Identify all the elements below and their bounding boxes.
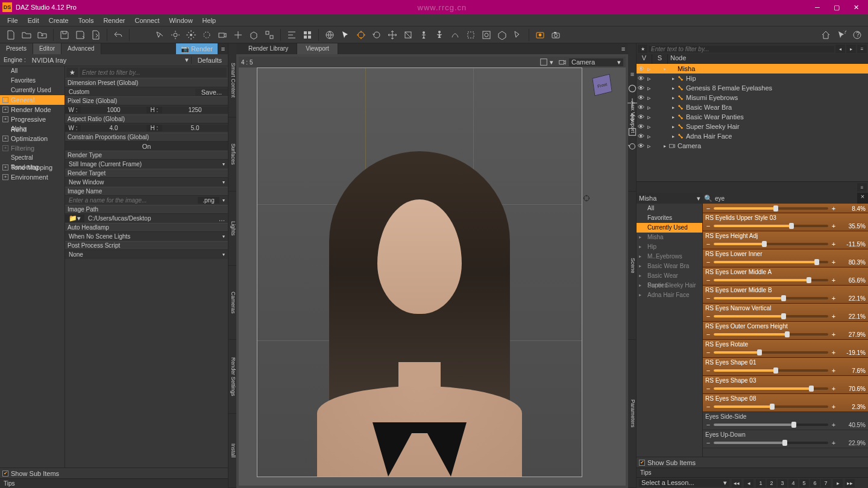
- cat-environment[interactable]: +Environment: [0, 172, 64, 182]
- param-cat[interactable]: Misha: [637, 233, 702, 242]
- dim-save-button[interactable]: Save...: [195, 89, 228, 96]
- cat-all[interactable]: All: [0, 66, 64, 76]
- show-sub-items[interactable]: ✔Show Sub Items: [0, 468, 228, 478]
- picker-icon[interactable]: [511, 28, 525, 42]
- slider-track[interactable]: [714, 442, 828, 444]
- image-name-input[interactable]: [65, 197, 198, 204]
- cat-general[interactable]: -General: [0, 95, 64, 105]
- export-icon[interactable]: [89, 28, 103, 42]
- slider-track[interactable]: [714, 369, 828, 372]
- reset-icon[interactable]: [627, 141, 638, 152]
- menu-edit[interactable]: Edit: [23, 14, 44, 27]
- param-cat[interactable]: Basic Wear Panties: [637, 271, 702, 281]
- browse-button[interactable]: …: [216, 215, 228, 222]
- scene-filter-input[interactable]: [649, 46, 834, 52]
- increment-button[interactable]: +: [831, 403, 837, 410]
- decrement-button[interactable]: −: [705, 258, 711, 266]
- render-button[interactable]: 📷Render: [176, 43, 218, 54]
- frame-icon[interactable]: [627, 127, 638, 137]
- lesson-dropdown[interactable]: Select a Lesson...▾: [639, 479, 729, 487]
- pose-tool-icon[interactable]: [432, 28, 447, 42]
- tab-editor[interactable]: Editor: [33, 43, 61, 54]
- save-icon[interactable]: [57, 28, 72, 42]
- decrement-button[interactable]: −: [705, 385, 711, 392]
- expand-icon[interactable]: ▸: [670, 95, 676, 101]
- select-icon[interactable]: ▹: [645, 133, 653, 140]
- increment-button[interactable]: +: [831, 421, 837, 428]
- param-slider[interactable]: RS Eyes Shape 08−+2.3%: [703, 394, 868, 412]
- lesson-prev[interactable]: ◂◂: [732, 479, 741, 487]
- vtab-scene[interactable]: Scene: [628, 192, 636, 340]
- cat-optimization[interactable]: +Optimization: [0, 134, 64, 143]
- spot-render-icon[interactable]: [479, 28, 494, 42]
- vtab-parameters[interactable]: Parameters: [628, 340, 636, 488]
- param-cat[interactable]: Super Sleeky Hair: [637, 281, 702, 290]
- param-slider[interactable]: RS Eyes Shape 03−+70.6%: [703, 376, 868, 394]
- slider-value[interactable]: 22.1%: [839, 313, 866, 320]
- tree-row[interactable]: 👁▹▸Adna Hair Face: [637, 131, 868, 141]
- nav-cube[interactable]: Front: [591, 74, 615, 98]
- decrement-button[interactable]: −: [705, 439, 711, 446]
- param-slider[interactable]: RS Eyes Shape 01−+7.6%: [703, 358, 868, 376]
- increment-button[interactable]: +: [831, 258, 837, 266]
- param-cat[interactable]: Hip: [637, 242, 702, 252]
- increment-button[interactable]: +: [831, 349, 837, 356]
- slider-track[interactable]: [714, 225, 828, 227]
- tree-row[interactable]: 👁▹▸Misumi Eyebrows: [637, 93, 868, 102]
- chevron-down-icon[interactable]: ▾: [219, 180, 228, 185]
- defaults-button[interactable]: Defaults: [191, 57, 228, 64]
- increment-button[interactable]: +: [831, 277, 837, 284]
- window-close[interactable]: ✕: [846, 0, 866, 14]
- increment-button[interactable]: +: [831, 313, 837, 320]
- decrement-button[interactable]: −: [705, 367, 711, 374]
- lesson-page[interactable]: 4: [788, 479, 798, 487]
- chevron-down-icon[interactable]: ▾: [219, 161, 228, 167]
- menu-tools[interactable]: Tools: [74, 14, 99, 27]
- panel-menu-icon[interactable]: ≡: [857, 183, 867, 192]
- pixel-width-field[interactable]: 1000: [81, 107, 146, 113]
- vtab-cameras[interactable]: Cameras: [228, 266, 236, 340]
- viewport[interactable]: 4 : 5 ▾ Camera▾ Front ≡: [239, 57, 626, 486]
- slider-track[interactable]: [714, 279, 828, 281]
- chevron-down-icon[interactable]: ▾: [219, 234, 228, 239]
- lesson-page[interactable]: 2: [767, 479, 776, 487]
- decrement-button[interactable]: −: [705, 421, 711, 428]
- lesson-page[interactable]: 7: [821, 479, 831, 487]
- param-cat[interactable]: Adna Hair Face: [637, 290, 702, 300]
- slider-value[interactable]: 22.9%: [839, 440, 866, 446]
- tree-row[interactable]: 👁▹▸Camera: [637, 141, 868, 151]
- lesson-fwd[interactable]: ▸: [833, 479, 843, 487]
- slider-value[interactable]: 8.4%: [839, 205, 866, 212]
- slider-value[interactable]: 70.6%: [839, 386, 866, 392]
- select-icon[interactable]: ▹: [645, 94, 653, 102]
- param-slider[interactable]: RS Eyes Narrow Vertical−+22.1%: [703, 304, 868, 322]
- select-icon[interactable]: ▹: [645, 142, 653, 150]
- expand-icon[interactable]: ▸: [670, 105, 676, 110]
- render-settings-icon[interactable]: [533, 28, 547, 42]
- vtab-surfaces[interactable]: Surfaces: [228, 117, 236, 192]
- null-icon[interactable]: [231, 28, 245, 42]
- pan-icon[interactable]: [627, 98, 638, 108]
- world-icon[interactable]: [322, 28, 337, 42]
- render-target-dropdown[interactable]: New Window: [65, 179, 219, 186]
- vtab-lights[interactable]: Lights: [228, 192, 236, 266]
- increment-button[interactable]: +: [831, 439, 837, 446]
- vtab-render-settings[interactable]: Render Settings: [228, 340, 236, 414]
- distant-light-icon[interactable]: [184, 28, 198, 42]
- expand-icon[interactable]: ▸: [670, 86, 676, 91]
- param-slider[interactable]: RS Eyes Lower Middle B−+22.1%: [703, 286, 868, 304]
- translate-tool-icon[interactable]: [385, 28, 400, 42]
- help-icon[interactable]: ?: [850, 28, 864, 42]
- param-cat[interactable]: Currently Used: [637, 223, 702, 233]
- slider-track[interactable]: [714, 207, 828, 210]
- camera-dropdown[interactable]: Camera▾: [569, 58, 623, 66]
- orbit-icon[interactable]: [627, 83, 638, 94]
- primitive-icon[interactable]: [247, 28, 261, 42]
- decrement-button[interactable]: −: [705, 295, 711, 302]
- chevron-down-icon[interactable]: ▾: [183, 56, 191, 64]
- expand-icon[interactable]: ▸: [670, 114, 676, 120]
- dim-preset-dropdown[interactable]: Custom: [65, 89, 195, 95]
- lesson-last[interactable]: ▸▸: [845, 479, 855, 487]
- slider-value[interactable]: 80.3%: [839, 259, 866, 266]
- param-cat[interactable]: All: [637, 204, 702, 213]
